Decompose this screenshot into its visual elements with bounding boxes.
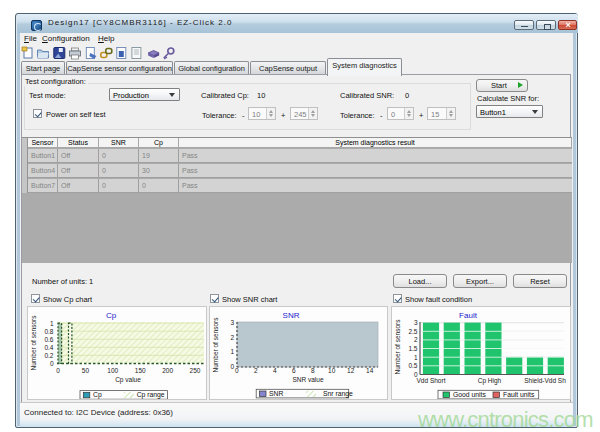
svg-text:50: 50 <box>82 367 90 374</box>
svg-text:200: 200 <box>162 367 173 374</box>
svg-text:12: 12 <box>347 367 355 374</box>
svg-text:Number of sensors: Number of sensors <box>30 315 37 371</box>
svg-text:2: 2 <box>414 336 418 343</box>
svg-text:Cp: Cp <box>106 311 117 320</box>
svg-text:SNR value: SNR value <box>292 376 323 383</box>
svg-text:Snr range: Snr range <box>323 390 353 398</box>
svg-text:0: 0 <box>230 363 234 370</box>
svg-text:Vdd Short: Vdd Short <box>417 377 446 384</box>
svg-text:SNR: SNR <box>283 311 300 320</box>
svg-text:Good units: Good units <box>453 391 486 398</box>
svg-text:Shield-Vdd Sh: Shield-Vdd Sh <box>524 377 566 384</box>
svg-text:1: 1 <box>230 348 234 355</box>
svg-text:3: 3 <box>414 319 418 326</box>
svg-text:3: 3 <box>230 319 234 326</box>
svg-text:Cp: Cp <box>93 391 102 399</box>
svg-text:1: 1 <box>414 354 418 361</box>
svg-text:Number of sensors: Number of sensors <box>394 319 401 375</box>
svg-text:0.5: 0.5 <box>408 362 417 369</box>
svg-text:Cp High: Cp High <box>478 377 502 385</box>
svg-text:0: 0 <box>50 360 54 367</box>
svg-text:Cp value: Cp value <box>115 376 141 384</box>
svg-text:4: 4 <box>273 367 277 374</box>
svg-text:2: 2 <box>254 367 258 374</box>
svg-text:6: 6 <box>292 367 296 374</box>
svg-text:0.4: 0.4 <box>44 344 53 351</box>
svg-text:Fault units: Fault units <box>503 391 535 398</box>
svg-text:100: 100 <box>107 367 118 374</box>
svg-text:0.2: 0.2 <box>44 352 53 359</box>
svg-text:8: 8 <box>311 367 315 374</box>
svg-text:Fault: Fault <box>459 311 478 320</box>
svg-text:10: 10 <box>328 367 336 374</box>
svg-text:2: 2 <box>230 334 234 341</box>
svg-text:0: 0 <box>235 367 239 374</box>
svg-text:0.8: 0.8 <box>44 328 53 335</box>
svg-text:0: 0 <box>56 367 60 374</box>
svg-text:150: 150 <box>135 367 146 374</box>
svg-text:14: 14 <box>366 367 374 374</box>
svg-text:Cp range: Cp range <box>137 391 165 399</box>
svg-text:Number of sensors: Number of sensors <box>212 317 219 373</box>
svg-text:0.6: 0.6 <box>44 336 53 343</box>
svg-text:1: 1 <box>50 320 54 327</box>
svg-text:SNR: SNR <box>269 390 283 397</box>
svg-text:1.5: 1.5 <box>408 345 417 352</box>
svg-text:2.5: 2.5 <box>408 328 417 335</box>
svg-text:250: 250 <box>190 367 201 374</box>
